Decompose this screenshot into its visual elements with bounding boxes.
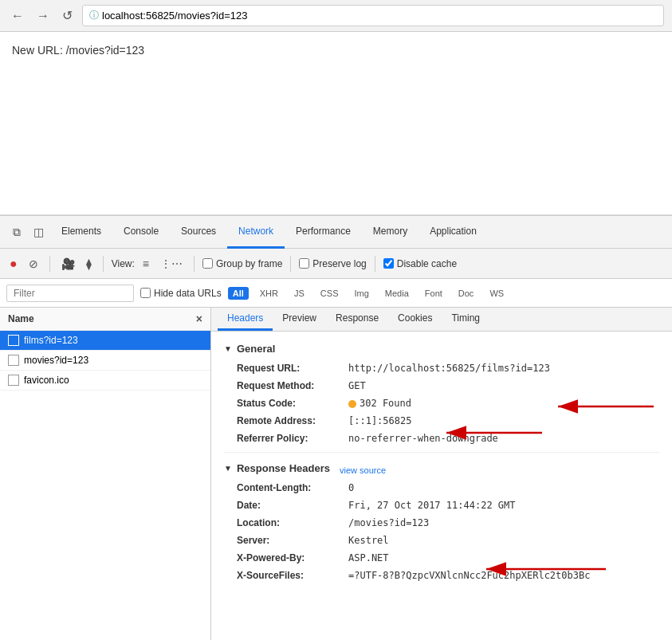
network-item-movies[interactable]: movies?id=123	[0, 351, 210, 371]
network-item-films[interactable]: films?id=123	[0, 331, 210, 351]
detail-tab-bar: Headers Preview Response Cookies Timing	[211, 308, 672, 332]
devtools-toggle-icon[interactable]: ⧉	[6, 221, 27, 244]
content-length-key: Content-Length:	[237, 481, 348, 495]
remote-address-row: Remote Address: [::1]:56825	[224, 414, 659, 428]
filter-type-xhr[interactable]: XHR	[255, 287, 283, 300]
server-row: Server: Kestrel	[224, 533, 659, 548]
network-list-panel: Name × films?id=123 movies?id=123 favico…	[0, 308, 211, 640]
view-label: View:	[112, 258, 135, 269]
remote-address-key: Remote Address:	[237, 414, 348, 428]
toolbar-divider-5	[375, 256, 375, 272]
detail-tab-response[interactable]: Response	[326, 308, 388, 331]
filter-type-all[interactable]: All	[228, 287, 249, 300]
general-section-header: General	[224, 343, 659, 355]
network-item-favicon[interactable]: favicon.ico	[0, 371, 210, 391]
devtools-toolbar: ● ⊘ 🎥 ⧫ View: ≡ ⋮⋯ Group by frame Preser…	[0, 249, 672, 279]
close-detail-button[interactable]: ×	[196, 312, 202, 325]
status-circle-icon	[348, 400, 356, 408]
x-powered-by-key: X-Powered-By:	[237, 551, 348, 565]
group-by-frame-checkbox-group[interactable]: Group by frame	[202, 258, 282, 269]
location-val: /movies?id=123	[348, 516, 429, 530]
x-powered-by-val: ASP.NET	[348, 551, 389, 565]
tab-console[interactable]: Console	[112, 216, 170, 249]
toolbar-divider-3	[194, 256, 195, 272]
network-list-header: Name ×	[0, 308, 210, 331]
back-button[interactable]: ←	[8, 7, 27, 25]
tab-memory[interactable]: Memory	[362, 216, 419, 249]
remote-address-val: [::1]:56825	[348, 414, 411, 428]
view-tree-button[interactable]: ⋮⋯	[157, 256, 186, 272]
preserve-log-label: Preserve log	[312, 258, 366, 269]
preserve-log-checkbox-group[interactable]: Preserve log	[299, 258, 366, 269]
forward-button[interactable]: →	[33, 7, 53, 25]
filter-button[interactable]: ⧫	[83, 256, 95, 272]
devtools-panel: ⧉ ◫ Elements Console Sources Network Per…	[0, 215, 672, 640]
status-code-row: Status Code: 302 Found	[224, 396, 659, 410]
tab-performance[interactable]: Performance	[285, 216, 362, 249]
filter-type-media[interactable]: Media	[380, 287, 414, 300]
page-content: New URL: /movies?id=123	[0, 32, 672, 215]
detail-tab-preview[interactable]: Preview	[273, 308, 326, 331]
group-by-frame-checkbox[interactable]	[202, 258, 213, 269]
x-source-files-val: =?UTF-8?B?QzpcVXNlcnNcc2Fuc2hpXERlc2t0b3…	[348, 568, 590, 583]
file-icon-movies	[8, 355, 19, 366]
preserve-log-checkbox[interactable]	[299, 258, 309, 269]
location-row: Location: /movies?id=123	[224, 516, 659, 530]
server-key: Server:	[237, 533, 348, 548]
disable-cache-checkbox-group[interactable]: Disable cache	[383, 258, 457, 269]
page-body-text: New URL: /movies?id=123	[12, 44, 144, 57]
filter-type-font[interactable]: Font	[420, 287, 447, 300]
filter-type-ws[interactable]: WS	[485, 287, 509, 300]
request-method-val: GET	[348, 379, 366, 393]
tab-elements[interactable]: Elements	[50, 216, 112, 249]
address-bar[interactable]: ⓘ localhost:56825/movies?id=123	[82, 5, 664, 26]
reload-button[interactable]: ↺	[59, 6, 76, 25]
tab-application[interactable]: Application	[419, 216, 488, 249]
devtools-body: Name × films?id=123 movies?id=123 favico…	[0, 308, 672, 640]
camera-button[interactable]: 🎥	[58, 256, 78, 272]
detail-tab-timing[interactable]: Timing	[442, 308, 489, 331]
server-val: Kestrel	[348, 533, 389, 548]
filter-input[interactable]	[6, 285, 134, 302]
devtools-dock-icon[interactable]: ◫	[27, 221, 50, 243]
status-code-key: Status Code:	[237, 396, 348, 410]
detail-tab-cookies[interactable]: Cookies	[388, 308, 442, 331]
record-button[interactable]: ●	[6, 255, 21, 273]
location-key: Location:	[237, 516, 348, 530]
tab-network[interactable]: Network	[227, 216, 285, 249]
view-source-link[interactable]: view source	[340, 465, 386, 475]
status-code-val: 302 Found	[348, 396, 411, 410]
request-method-key: Request Method:	[237, 379, 348, 393]
filter-type-img[interactable]: Img	[349, 287, 373, 300]
hide-data-urls-label: Hide data URLs	[154, 288, 222, 299]
referrer-policy-row: Referrer Policy: no-referrer-when-downgr…	[224, 431, 659, 446]
filter-bar: Hide data URLs All XHR JS CSS Img Media …	[0, 279, 672, 308]
stop-button[interactable]: ⊘	[26, 256, 41, 272]
view-list-button[interactable]: ≡	[140, 256, 152, 272]
toolbar-divider-1	[49, 256, 50, 272]
x-source-files-row: X-SourceFiles: =?UTF-8?B?QzpcVXNlcnNcc2F…	[224, 568, 659, 583]
hide-data-urls-group[interactable]: Hide data URLs	[140, 288, 222, 299]
address-security-icon: ⓘ	[89, 9, 99, 22]
response-headers-header-row: Response Headers view source	[224, 459, 659, 481]
devtools-tab-bar: ⧉ ◫ Elements Console Sources Network Per…	[0, 216, 672, 249]
filter-type-js[interactable]: JS	[289, 287, 309, 300]
browser-chrome: ← → ↺ ⓘ localhost:56825/movies?id=123	[0, 0, 672, 32]
date-val: Fri, 27 Oct 2017 11:44:22 GMT	[348, 498, 516, 512]
x-source-files-key: X-SourceFiles:	[237, 568, 348, 583]
hide-data-urls-checkbox[interactable]	[140, 288, 151, 298]
date-row: Date: Fri, 27 Oct 2017 11:44:22 GMT	[224, 498, 659, 512]
detail-content: General Request URL: http://localhost:56…	[211, 332, 672, 640]
network-name-column-header: Name	[8, 313, 34, 324]
x-powered-by-row: X-Powered-By: ASP.NET	[224, 551, 659, 565]
content-length-val: 0	[348, 481, 354, 495]
request-detail-panel: Headers Preview Response Cookies Timing …	[211, 308, 672, 640]
filter-type-doc[interactable]: Doc	[454, 287, 479, 300]
tab-sources[interactable]: Sources	[170, 216, 227, 249]
detail-tab-headers[interactable]: Headers	[218, 308, 273, 331]
file-icon-films	[8, 335, 19, 346]
filter-type-css[interactable]: CSS	[316, 287, 344, 300]
network-item-name-favicon: favicon.ico	[24, 375, 69, 386]
disable-cache-checkbox[interactable]	[383, 258, 394, 269]
response-headers-section-header: Response Headers	[224, 462, 330, 474]
